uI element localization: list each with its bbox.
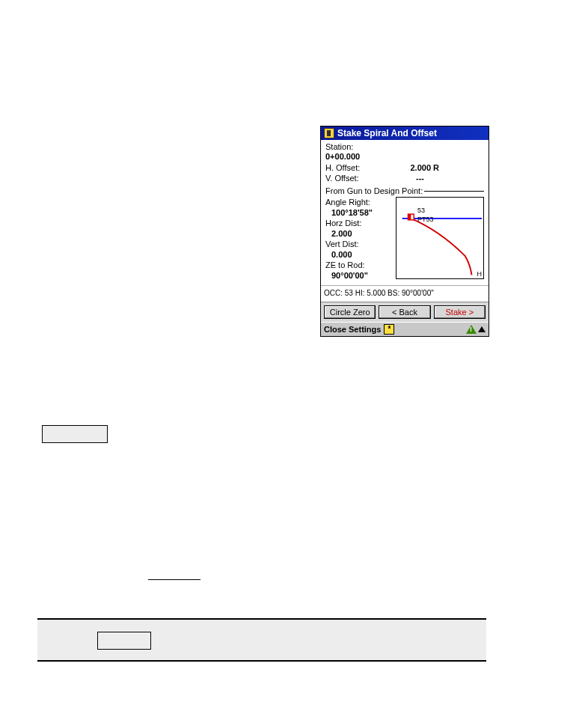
back-button[interactable]: < Back [379, 305, 430, 319]
footer-bar: Close Settings * [321, 322, 489, 336]
vert-dist-label: Vert Dist: [325, 239, 393, 249]
plot-axis-h: H [477, 270, 483, 278]
button-bar: Circle Zero < Back Stake > [321, 302, 489, 322]
section-label: From Gun to Design Point: [325, 186, 423, 195]
readings-column: Angle Right: 100°18'58" Horz Dist: 2.000… [325, 197, 393, 281]
plot-area: 53 PT53 H [396, 197, 484, 279]
decorative-box-1 [42, 425, 108, 443]
close-settings-label[interactable]: Close Settings [324, 325, 381, 334]
horz-dist-label: Horz Dist: [325, 218, 393, 228]
vert-dist-value: 0.000 [325, 249, 393, 260]
plot-point-top-label: 53 [417, 207, 425, 214]
station-label: Station: [325, 141, 353, 152]
circle-zero-button[interactable]: Circle Zero [324, 305, 376, 319]
stake-dialog: Stake Spiral And Offset Station: 0+00.00… [320, 126, 489, 337]
settings-star-button[interactable]: * [384, 324, 394, 335]
decorative-underline [148, 579, 200, 580]
plot-svg [396, 198, 483, 278]
decorative-band [37, 618, 486, 662]
content-area: Station: 0+00.000 H. Offset: 2.000 R V. … [321, 140, 489, 285]
station-row: Station: [325, 141, 484, 152]
svg-rect-2 [408, 214, 411, 220]
status-text: OCC: 53 HI: 5.000 BS: 90°00'00" [324, 289, 434, 297]
angle-right-label: Angle Right: [325, 197, 393, 207]
warning-icon[interactable] [466, 325, 477, 334]
lower-panel: Angle Right: 100°18'58" Horz Dist: 2.000… [325, 197, 484, 281]
app-icon [324, 128, 334, 138]
h-offset-label: H. Offset: [325, 162, 360, 173]
h-offset-row: H. Offset: 2.000 R [325, 162, 484, 173]
v-offset-label: V. Offset: [325, 173, 359, 183]
status-bar: OCC: 53 HI: 5.000 BS: 90°00'00" [321, 285, 489, 302]
arrow-up-icon[interactable] [478, 326, 486, 332]
horz-dist-value: 2.000 [325, 228, 393, 239]
ze-rod-value: 90°00'00" [325, 270, 393, 281]
angle-right-value: 100°18'58" [325, 207, 393, 218]
titlebar: Stake Spiral And Offset [321, 126, 489, 140]
v-offset-row: V. Offset: --- [325, 173, 484, 183]
section-header: From Gun to Design Point: [325, 186, 484, 195]
decorative-box-2 [97, 632, 151, 650]
stake-button[interactable]: Stake > [434, 305, 486, 319]
v-offset-value: --- [416, 173, 424, 183]
plot-point-bottom-label: PT53 [417, 216, 434, 223]
section-divider [424, 191, 484, 192]
window-title: Stake Spiral And Offset [337, 128, 437, 138]
ze-rod-label: ZE to Rod: [325, 260, 393, 270]
h-offset-value: 2.000 R [410, 162, 439, 173]
station-value: 0+00.000 [325, 152, 484, 161]
